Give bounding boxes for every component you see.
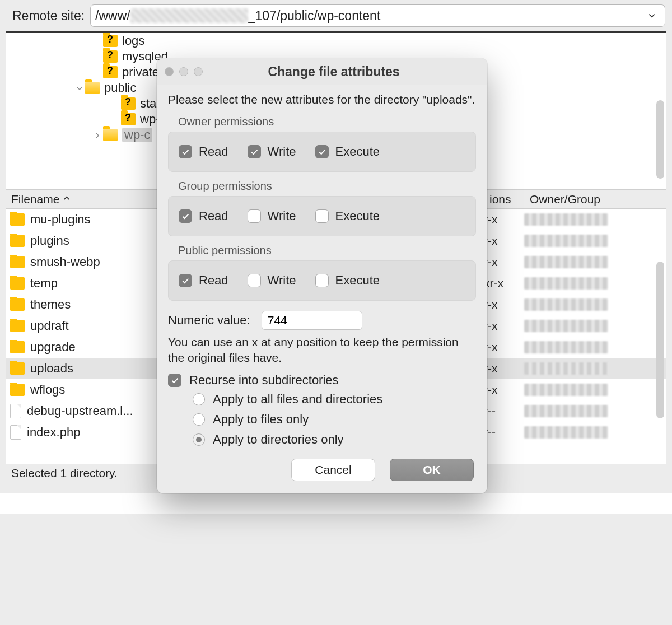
numeric-value-label: Numeric value: <box>168 313 250 328</box>
checkbox-owner-write[interactable]: Write <box>248 144 296 159</box>
cancel-button[interactable]: Cancel <box>291 459 375 481</box>
remote-path-suffix: _107/public/wp-content <box>248 8 381 24</box>
zoom-icon[interactable] <box>194 67 203 76</box>
checkbox-group-write[interactable]: Write <box>248 209 296 223</box>
file-name: mu-plugins <box>30 212 91 227</box>
cell-owner <box>524 235 625 247</box>
checkbox-group-read[interactable]: Read <box>179 209 228 223</box>
numeric-value-row: Numeric value: <box>168 311 476 330</box>
cell-permissions: r-x <box>484 234 524 248</box>
chevron-down-icon[interactable] <box>643 9 660 22</box>
redacted-owner <box>524 256 608 268</box>
scrollbar-thumb[interactable] <box>656 262 664 418</box>
perm-caption: Group permissions <box>168 180 476 196</box>
chevron-down-icon[interactable] <box>74 81 85 95</box>
folder-icon <box>10 341 25 353</box>
tree-item[interactable]: logs <box>6 33 666 49</box>
redacted-owner <box>524 320 608 332</box>
checkbox-icon <box>179 209 192 223</box>
file-name: themes <box>30 297 71 312</box>
cell-permissions: r-x <box>484 362 524 375</box>
dialog-body: Please select the new attributes for the… <box>157 85 487 493</box>
checkbox-icon <box>179 145 192 158</box>
file-name: debug-upstream.l... <box>27 404 133 418</box>
checkbox-group-execute[interactable]: Execute <box>315 209 380 223</box>
sort-asc-icon <box>63 194 71 204</box>
folder-icon <box>10 362 25 375</box>
cell-permissions: r-- <box>484 404 524 418</box>
perm-box: ReadWriteExecute <box>168 132 476 172</box>
perm-group-public: Public permissionsReadWriteExecute <box>168 244 476 301</box>
redacted-owner <box>524 213 608 226</box>
checkbox-owner-execute[interactable]: Execute <box>315 144 380 159</box>
redacted-owner <box>524 341 608 353</box>
checkbox-label: Read <box>199 209 228 223</box>
perm-group-group: Group permissionsReadWriteExecute <box>168 180 476 236</box>
cell-owner <box>524 277 625 290</box>
checkbox-label: Write <box>268 209 296 223</box>
checkbox-label: Execute <box>335 144 380 159</box>
dialog-title: Change file attributes <box>220 64 448 80</box>
cell-permissions: r-x <box>484 319 524 333</box>
chevron-right-icon[interactable] <box>92 128 103 142</box>
scrollbar-thumb[interactable] <box>656 100 664 179</box>
cell-owner <box>524 320 625 332</box>
dialog-titlebar[interactable]: Change file attributes <box>157 58 487 85</box>
ok-button[interactable]: OK <box>390 459 474 481</box>
col-filename-label: Filename <box>11 193 59 206</box>
remote-site-label: Remote site: <box>12 8 85 24</box>
checkbox-label: Execute <box>335 209 380 223</box>
bottom-panel <box>0 493 672 514</box>
redacted-owner <box>524 235 608 247</box>
radio-apply-all[interactable]: Apply to all files and directories <box>193 392 476 407</box>
file-name: upgrade <box>30 340 76 355</box>
checkbox-label: Execute <box>335 273 380 288</box>
col-owner-group[interactable]: Owner/Group <box>524 191 625 208</box>
folder-open-icon <box>85 82 100 94</box>
checkbox-public-write[interactable]: Write <box>248 273 296 288</box>
divider <box>118 493 118 514</box>
redacted-owner <box>524 384 608 396</box>
close-icon[interactable] <box>165 67 174 76</box>
tree-item-label: private <box>122 65 159 80</box>
perm-caption: Public permissions <box>168 244 476 260</box>
cell-permissions: r-x <box>484 255 524 269</box>
perm-caption: Owner permissions <box>168 115 476 132</box>
checkbox-icon <box>315 274 329 287</box>
checkbox-icon <box>315 209 329 223</box>
recurse-checkbox[interactable]: Recurse into subdirectories <box>168 373 476 388</box>
radio-apply-files[interactable]: Apply to files only <box>193 412 476 427</box>
folder-icon <box>10 235 25 247</box>
numeric-value-input[interactable] <box>262 311 362 330</box>
checkbox-icon <box>168 374 181 387</box>
checkbox-icon <box>315 145 329 158</box>
folder-unknown-icon <box>103 35 118 47</box>
col-permissions[interactable]: ions <box>484 191 524 208</box>
checkbox-label: Write <box>268 144 296 159</box>
checkbox-icon <box>179 274 192 287</box>
app-window: Remote site: /www/ _107/public/wp-conten… <box>0 0 672 625</box>
cell-permissions: r-x <box>484 383 524 397</box>
checkbox-public-read[interactable]: Read <box>179 273 228 288</box>
radio-icon <box>193 433 205 446</box>
file-name: temp <box>30 276 58 291</box>
redacted-owner <box>524 298 608 311</box>
folder-unknown-icon <box>121 113 136 125</box>
folder-icon <box>10 384 25 396</box>
divider <box>166 453 478 453</box>
checkbox-public-execute[interactable]: Execute <box>315 273 380 288</box>
file-name: smush-webp <box>30 255 100 269</box>
cell-permissions: r-x <box>484 298 524 311</box>
radio-apply-dirs[interactable]: Apply to directories only <box>193 432 476 447</box>
folder-icon <box>10 320 25 332</box>
minimize-icon[interactable] <box>179 67 188 76</box>
checkbox-owner-read[interactable]: Read <box>179 144 228 159</box>
folder-open-icon <box>103 129 118 141</box>
cell-permissions: r-x <box>484 341 524 354</box>
file-icon <box>10 404 21 418</box>
file-name: wflogs <box>30 383 65 397</box>
col-permissions-label: ions <box>489 193 511 206</box>
checkbox-icon <box>248 274 261 287</box>
remote-site-combo[interactable]: /www/ _107/public/wp-content <box>90 4 665 27</box>
tree-item-label: public <box>104 81 136 95</box>
